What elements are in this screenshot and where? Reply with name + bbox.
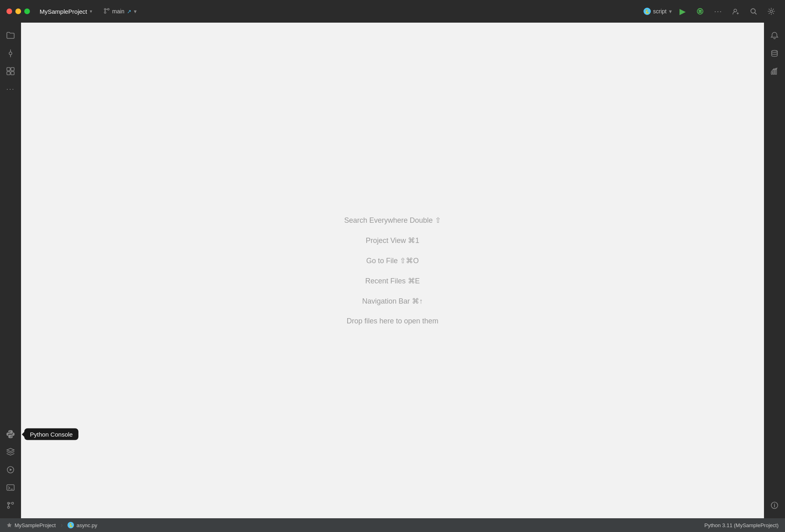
run-button[interactable]: ▶ (675, 4, 690, 19)
project-name-label: MySampleProject (40, 8, 87, 15)
statusbar-project[interactable]: MySampleProject (6, 522, 56, 528)
right-sidebar (764, 23, 785, 518)
add-profile-button[interactable] (728, 4, 743, 19)
plugins-icon[interactable] (2, 63, 19, 79)
svg-point-2 (108, 8, 109, 10)
svg-point-8 (9, 52, 12, 55)
commit-icon[interactable] (2, 45, 19, 61)
content-area: Search Everywhere Double ⇧ Project View … (21, 23, 764, 518)
run-config-label: script (653, 8, 667, 15)
debug-button[interactable] (693, 4, 707, 19)
run-config-chevron: ▾ (669, 8, 672, 15)
python-run-icon: 🐍 (644, 8, 651, 15)
maximize-button[interactable] (24, 8, 30, 14)
statusbar: MySampleProject › 🐍 async.py Python 3.11… (0, 518, 785, 532)
run-sidebar-icon[interactable] (2, 462, 19, 478)
svg-rect-20 (773, 70, 774, 74)
statusbar-file[interactable]: 🐍 async.py (68, 522, 97, 528)
svg-rect-19 (771, 72, 772, 74)
project-chevron-icon: ▾ (90, 8, 92, 14)
svg-point-18 (772, 51, 777, 53)
project-selector[interactable]: MySampleProject ▾ (40, 8, 92, 15)
hint-project-view: Project View ⌘1 (366, 236, 420, 245)
svg-rect-9 (7, 68, 10, 71)
left-sidebar: ··· Python Console (0, 23, 21, 518)
branch-selector[interactable]: main ↗ ▾ (103, 8, 137, 15)
hint-recent-files: Recent Files ⌘E (365, 277, 420, 285)
branch-arrow-icon: ↗ (127, 8, 131, 15)
python-console-wrapper: Python Console (2, 426, 19, 442)
hint-go-to-file: Go to File ⇧⌘O (366, 256, 419, 265)
traffic-lights (6, 8, 30, 14)
close-button[interactable] (6, 8, 12, 14)
branch-icon (103, 8, 110, 15)
terminal-icon[interactable] (2, 479, 19, 496)
main-area: ··· Python Console (0, 23, 785, 518)
hint-search-everywhere: Search Everywhere Double ⇧ (344, 216, 441, 225)
svg-rect-11 (7, 72, 10, 75)
branch-chevron-icon: ▾ (134, 8, 137, 15)
svg-point-6 (751, 9, 755, 13)
run-config-selector[interactable]: 🐍 script ▾ (644, 8, 672, 15)
branch-name-label: main (112, 8, 125, 15)
database-icon[interactable] (766, 45, 783, 61)
search-button[interactable] (746, 4, 761, 19)
statusbar-project-name: MySampleProject (15, 522, 56, 528)
settings-button[interactable] (764, 4, 779, 19)
statusbar-python-version[interactable]: Python 3.11 (MySampleProject) (704, 522, 779, 528)
svg-rect-10 (11, 68, 14, 71)
titlebar-right: 🐍 script ▾ ▶ ⋯ (644, 4, 779, 19)
titlebar: MySampleProject ▾ main ↗ ▾ 🐍 script ▾ ▶ (0, 0, 785, 23)
svg-rect-14 (7, 485, 14, 490)
git-sidebar-icon[interactable] (2, 497, 19, 513)
svg-point-7 (770, 10, 772, 13)
statusbar-python-icon: 🐍 (68, 522, 74, 528)
svg-point-17 (12, 502, 14, 505)
notifications-icon[interactable] (766, 27, 783, 44)
svg-rect-12 (11, 72, 14, 75)
more-actions-button[interactable]: ⋯ (711, 4, 725, 19)
minimize-button[interactable] (15, 8, 21, 14)
charts-icon[interactable] (766, 63, 783, 79)
layers-icon[interactable] (2, 444, 19, 460)
statusbar-file-name: async.py (76, 522, 97, 528)
hint-drop-files: Drop files here to open them (346, 317, 438, 325)
folder-icon[interactable] (2, 27, 19, 44)
info-icon[interactable] (766, 497, 783, 513)
more-icon[interactable]: ··· (2, 81, 19, 97)
hint-navigation-bar: Navigation Bar ⌘↑ (362, 297, 423, 306)
python-console-icon[interactable] (2, 426, 19, 442)
